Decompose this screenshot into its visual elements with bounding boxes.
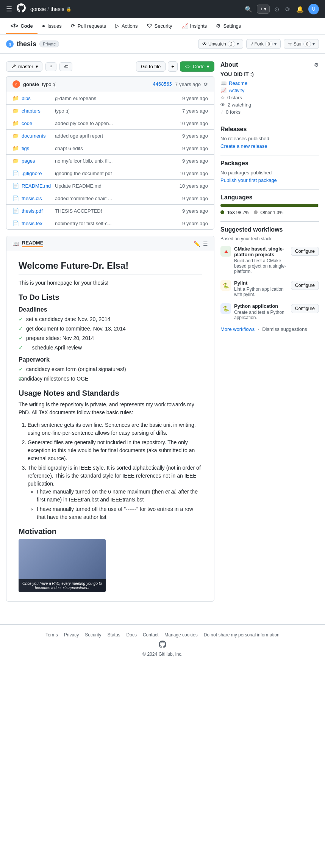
file-name-figs[interactable]: figs (22, 146, 52, 151)
readme-h2-usage: Usage Notes and Standards (19, 389, 202, 398)
table-row: 📄 thesis.pdf THESIS ACCEPTED! 9 years ag… (6, 205, 214, 217)
file-commit-readme: Update README.md (55, 183, 177, 189)
pullrequest-icon[interactable]: ⟳ (284, 4, 292, 14)
workflow-python: 🐍 Python application Create and test a P… (220, 303, 319, 320)
github-logo[interactable] (17, 3, 26, 15)
file-commit-figs: chapt 6 edits (55, 146, 179, 151)
about-gear-button[interactable]: ⚙ (314, 62, 319, 68)
about-header: About ⚙ (220, 61, 319, 68)
footer-link-terms[interactable]: Terms (45, 632, 58, 638)
file-commit-thesis-cls: added 'committee chair' ... (55, 196, 179, 201)
readme-content: Welcome Future-Dr. Elsa! This is your ho… (6, 251, 214, 601)
releases-section: Releases No releases published Create a … (220, 126, 319, 149)
commit-history-icon[interactable]: ⟳ (204, 81, 208, 87)
issue-icon[interactable]: ⊙ (273, 4, 281, 14)
nav-item-code[interactable]: </> Code (6, 18, 38, 34)
plus-button[interactable]: + ▾ (257, 5, 270, 14)
hamburger-menu[interactable]: ☰ (6, 5, 12, 13)
footer-link-privacy[interactable]: Privacy (64, 632, 79, 638)
list-item: I have manually turned on the 6 name max… (37, 488, 202, 504)
footer-link-docs[interactable]: Docs (127, 632, 137, 638)
table-row: 📁 code added ply code to appen... 10 yea… (6, 117, 214, 130)
nav-item-insights[interactable]: 📈 Insights (177, 18, 212, 34)
nav-item-security[interactable]: 🛡 Security (142, 18, 177, 34)
pylint-configure-button[interactable]: Configure (291, 281, 319, 290)
user-avatar[interactable]: U (308, 4, 319, 14)
file-name-thesis-pdf[interactable]: thesis.pdf (22, 208, 52, 214)
readme-actions: ✏️ ☰ (194, 241, 208, 247)
publish-package-link[interactable]: Publish your first package (220, 177, 277, 183)
deadlines-list: set a candidacy date: Nov. 20, 2014 get … (19, 315, 202, 352)
folder-icon: 📁 (12, 120, 19, 126)
file-name-code[interactable]: code (22, 121, 52, 126)
fork-stat-icon: ⑂ (220, 109, 223, 115)
code-icon: </> (11, 23, 18, 29)
repo-owner-link[interactable]: gonsie (30, 6, 46, 12)
footer-link-contact[interactable]: Contact (143, 632, 158, 638)
footer-link-status[interactable]: Status (108, 632, 120, 638)
nav-item-settings[interactable]: ⚙ Settings (211, 18, 245, 34)
search-icon[interactable]: 🔍 (243, 4, 254, 14)
readme-link[interactable]: 📖 Readme (220, 80, 319, 86)
paperwork-list: candidacy exam form (original signatures… (19, 365, 202, 383)
list-item: candidacy milestones to OGE (19, 375, 202, 383)
commit-message: typo :( (42, 81, 56, 87)
lang-other: Other 1.3% (254, 210, 283, 215)
fork-button[interactable]: ⑂ Fork 0 ▾ (246, 39, 281, 49)
file-name-readme[interactable]: README.md (22, 183, 52, 189)
nav-item-pullrequests[interactable]: ⟳ Pull requests (66, 18, 111, 34)
create-release-link[interactable]: Create a new release (220, 143, 267, 149)
activity-link[interactable]: 📈 Activity (220, 88, 319, 93)
cmake-desc: Build and test a CMake based project on … (234, 258, 288, 274)
code-button[interactable]: <> Code ▾ (180, 61, 214, 72)
star-button[interactable]: ☆ Star 0 ▾ (284, 39, 319, 49)
unwatch-button[interactable]: 👁 Unwatch 2 ▾ (198, 39, 243, 49)
branch-select[interactable]: ⎇ master ▾ (6, 61, 42, 72)
commit-author[interactable]: gonsie (23, 81, 39, 87)
cmake-configure-button[interactable]: Configure (291, 247, 319, 256)
commit-hash[interactable]: 4468565 (153, 81, 172, 87)
footer-link-cookies[interactable]: Manage cookies (164, 632, 197, 638)
more-workflows-link[interactable]: More workflows (220, 326, 255, 332)
file-name-thesis-cls[interactable]: thesis.cls (22, 196, 52, 201)
nav-item-issues[interactable]: ● Issues (38, 18, 66, 34)
python-configure-button[interactable]: Configure (291, 304, 319, 313)
file-time-readme: 10 years ago (180, 183, 208, 189)
footer-link-privacy-opt[interactable]: Do not share my personal information (204, 632, 280, 638)
file-commit-pages: no myfullconf.bib, unix fil... (55, 158, 179, 164)
unwatch-caret: ▾ (237, 41, 239, 47)
file-time-chapters: 7 years ago (182, 108, 208, 114)
about-title: About (220, 61, 238, 68)
repo-name-link[interactable]: thesis (50, 6, 64, 12)
file-name-bibs[interactable]: bibs (22, 96, 52, 101)
tags-btn[interactable]: 🏷 (59, 62, 72, 71)
languages-section: Languages TeX 98.7% Other 1.3% (220, 194, 319, 215)
add-file-button[interactable]: + (168, 61, 178, 72)
dismiss-suggestions-link[interactable]: Dismiss suggestions (262, 326, 307, 332)
file-time-bibs: 9 years ago (182, 96, 208, 101)
readme-edit-button[interactable]: ✏️ (194, 241, 200, 247)
file-time-pages: 9 years ago (182, 158, 208, 164)
branch-graph-btn[interactable]: ⑂ (45, 62, 56, 71)
pylint-icon: 🐍 (220, 280, 231, 291)
file-name-chapters[interactable]: chapters (22, 108, 52, 114)
file-name-pages[interactable]: pages (22, 158, 52, 164)
file-name-thesis-tex[interactable]: thesis.tex (22, 221, 52, 226)
main-content: ⎇ master ▾ ⑂ 🏷 Go to file + <> Code ▾ g … (0, 54, 325, 609)
nav-item-actions[interactable]: ▷ Actions (111, 18, 142, 34)
workflows-header: Suggested workflows (220, 226, 319, 233)
no-releases-text: No releases published (220, 136, 319, 141)
code-btn-caret: ▾ (207, 64, 209, 69)
eye-stat-icon: 👁 (220, 102, 225, 108)
other-bar (318, 204, 319, 207)
page-footer: Terms Privacy Security Status Docs Conta… (0, 624, 325, 664)
packages-header: Packages (220, 160, 319, 167)
workflow-footer-sep: · (258, 326, 259, 332)
file-name-documents[interactable]: documents (22, 133, 52, 139)
file-name-gitignore[interactable]: .gitignore (22, 171, 52, 176)
readme-raw-button[interactable]: ☰ (203, 241, 208, 247)
table-row: 📁 figs chapt 6 edits 9 years ago (6, 142, 214, 155)
go-to-file-button[interactable]: Go to file (136, 61, 166, 72)
notification-icon[interactable]: 🔔 (295, 4, 305, 14)
footer-link-security[interactable]: Security (85, 632, 101, 638)
